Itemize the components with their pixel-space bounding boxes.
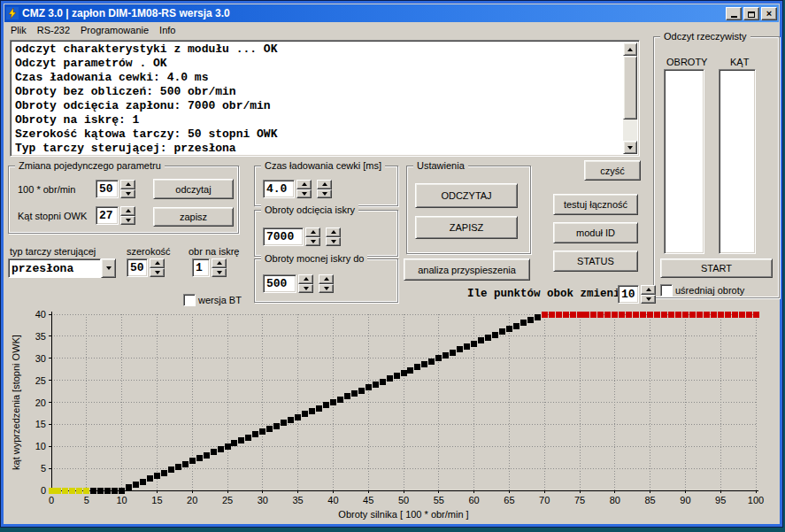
- angle-param-spinner-down-button[interactable]: [120, 216, 135, 226]
- disc-width-spinner-down-button[interactable]: [150, 268, 165, 278]
- close-button[interactable]: ×: [761, 7, 777, 20]
- close-icon: ×: [766, 8, 772, 19]
- maximize-icon: [748, 12, 755, 18]
- coil-time-spinner-coarse-down-button[interactable]: [296, 189, 312, 199]
- points-to-change-spinner-up-button[interactable]: [641, 285, 656, 295]
- realtime-group-title: Odczyt rzeczywisty: [660, 30, 750, 42]
- console-output[interactable]: odczyt charakterystyki z modułu ... OK O…: [10, 40, 640, 157]
- clear-console-button[interactable]: czyść: [584, 160, 641, 181]
- strong-spark-spinner-coarse-up-button[interactable]: [298, 274, 313, 284]
- disc-width-spinner-up-arrow-icon: [155, 261, 160, 265]
- titlebar[interactable]: CMZ 3.0 | zapłon DIM-1M08-RS wersja 3.0 …: [4, 4, 779, 22]
- bt-version-label: wersja BT: [198, 295, 242, 305]
- disc-width-label: szerokość: [127, 246, 171, 257]
- read-param-button[interactable]: odczytaj: [153, 179, 234, 199]
- settings-read-button[interactable]: ODCZYTAJ: [415, 183, 518, 208]
- rpm-param-spinner-up-arrow-icon: [126, 182, 131, 186]
- spark-cutoff-spinner-fine: [326, 227, 341, 246]
- sparks-per-rev-spinner-up-button[interactable]: [212, 258, 227, 268]
- settings-write-button[interactable]: ZAPISZ: [415, 216, 518, 239]
- disc-width-spinner-up-button[interactable]: [150, 258, 165, 268]
- strong-spark-spinner-fine-down-button[interactable]: [319, 284, 334, 294]
- spark-cutoff-spinner-coarse-up-button[interactable]: [305, 227, 320, 237]
- ignition-curve-chart[interactable]: 0510152025303540455055606570758085909510…: [8, 307, 779, 532]
- sparks-per-rev-field[interactable]: 1: [192, 258, 210, 277]
- menu-item-rs232[interactable]: RS-232: [33, 24, 76, 38]
- chart-svg: 0510152025303540455055606570758085909510…: [8, 307, 779, 530]
- coil-time-group-title: Czas ładowania cewki [ms]: [261, 159, 385, 172]
- spark-cutoff-field[interactable]: 7000: [263, 227, 304, 246]
- average-rpm-label: uśredniaj obroty: [675, 285, 744, 296]
- app-window: CMZ 3.0 | zapłon DIM-1M08-RS wersja 3.0 …: [0, 0, 783, 528]
- module-id-button[interactable]: moduł ID: [553, 222, 638, 243]
- disc-width-field[interactable]: 50: [127, 258, 148, 277]
- svg-text:75: 75: [574, 495, 585, 505]
- spark-cutoff-spinner-fine-up-button[interactable]: [326, 227, 341, 237]
- svg-text:20: 20: [187, 495, 197, 505]
- scrollbar-down-button[interactable]: [623, 141, 637, 154]
- average-rpm-checkbox[interactable]: [660, 284, 673, 297]
- acceleration-analysis-button[interactable]: analiza przyspieszenia: [404, 258, 530, 281]
- svg-text:Obroty silnika [ 100 * obr/min: Obroty silnika [ 100 * obr/min ]: [338, 509, 468, 520]
- svg-text:50: 50: [398, 495, 409, 505]
- maximize-button[interactable]: [743, 7, 759, 20]
- coil-time-field[interactable]: 4.0: [263, 180, 295, 198]
- sparks-per-rev-spinner-down-button[interactable]: [212, 268, 227, 278]
- coil-time-spinner-fine-up-button[interactable]: [317, 180, 332, 189]
- rpm-readout-list[interactable]: [664, 69, 704, 254]
- scrollbar-thumb[interactable]: [623, 56, 637, 120]
- coil-time-spinner-fine-down-button[interactable]: [317, 189, 332, 199]
- spark-cutoff-spinner-coarse-down-button[interactable]: [305, 237, 320, 247]
- rpm-param-spinner: [120, 180, 135, 198]
- points-to-change-spinner-down-button[interactable]: [641, 295, 656, 305]
- svg-text:25: 25: [222, 495, 233, 505]
- menu-item-info[interactable]: Info: [155, 24, 181, 38]
- test-connection-button[interactable]: testuj łączność: [553, 194, 638, 215]
- angle-param-spinner-up-button[interactable]: [120, 206, 135, 216]
- sparks-per-rev-spinner-down-arrow-icon: [217, 271, 222, 274]
- rpm-param-field[interactable]: 50: [96, 180, 119, 198]
- coil-time-spinner-fine: [317, 180, 332, 198]
- menu-item-plik[interactable]: Plik: [6, 24, 33, 38]
- strong-spark-field[interactable]: 500: [263, 274, 296, 293]
- svg-text:90: 90: [680, 495, 690, 505]
- spark-cutoff-spinner-fine-down-button[interactable]: [326, 237, 341, 247]
- strong-spark-spinner-coarse: [298, 274, 313, 293]
- scrollbar-up-button[interactable]: [623, 42, 637, 56]
- disc-type-dropdown-button[interactable]: [101, 258, 116, 278]
- menu-item-programowanie[interactable]: Programowanie: [76, 24, 155, 38]
- coil-time-spinner-coarse-up-button[interactable]: [296, 180, 312, 189]
- strong-spark-spinner-coarse-down-button[interactable]: [298, 284, 313, 294]
- rpm-param-spinner-up-button[interactable]: [120, 180, 135, 189]
- points-to-change-field[interactable]: 10: [618, 285, 639, 304]
- points-to-change-spinner-down-arrow-icon: [646, 297, 651, 301]
- strong-spark-spinner-fine-down-arrow-icon: [324, 287, 329, 290]
- bt-version-checkbox[interactable]: [183, 294, 196, 306]
- disc-type-combo[interactable]: przesłona: [8, 258, 116, 278]
- angle-param-spinner-down-arrow-icon: [126, 219, 131, 222]
- start-button[interactable]: START: [660, 258, 773, 278]
- disc-type-label: typ tarczy sterującej: [10, 246, 96, 257]
- console-scrollbar[interactable]: [623, 42, 637, 154]
- write-param-button[interactable]: zapisz: [153, 207, 234, 227]
- coil-time-group: Czas ładowania cewki [ms] 4.0: [254, 166, 398, 206]
- rpm-param-spinner-down-button[interactable]: [120, 189, 135, 199]
- coil-time-spinner-coarse-up-arrow-icon: [302, 182, 307, 186]
- settings-group: Ustawienia ODCZYTAJ ZAPISZ: [406, 166, 531, 254]
- svg-text:65: 65: [504, 495, 514, 505]
- status-button[interactable]: STATUS: [553, 251, 638, 272]
- scroll-down-icon: [627, 146, 633, 150]
- svg-text:20: 20: [35, 397, 46, 408]
- strong-spark-spinner-fine-up-button[interactable]: [319, 274, 334, 284]
- console-line: Odczyt parametrów . OK: [15, 57, 620, 71]
- svg-text:15: 15: [151, 495, 162, 505]
- minimize-button[interactable]: [726, 7, 742, 20]
- console-line: Obroty bez obliczeń: 500 obr/min: [15, 85, 620, 99]
- angle-param-field[interactable]: 27: [96, 206, 119, 225]
- spark-cutoff-group-title: Obroty odcięcia iskry: [261, 204, 358, 216]
- console-text: odczyt charakterystyki z modułu ... OK O…: [15, 42, 620, 154]
- angle-column-header: KĄT: [730, 57, 749, 67]
- app-icon: [6, 7, 19, 19]
- strong-spark-group-title: Obroty mocnej iskry do: [261, 252, 367, 265]
- angle-readout-list[interactable]: [719, 69, 756, 254]
